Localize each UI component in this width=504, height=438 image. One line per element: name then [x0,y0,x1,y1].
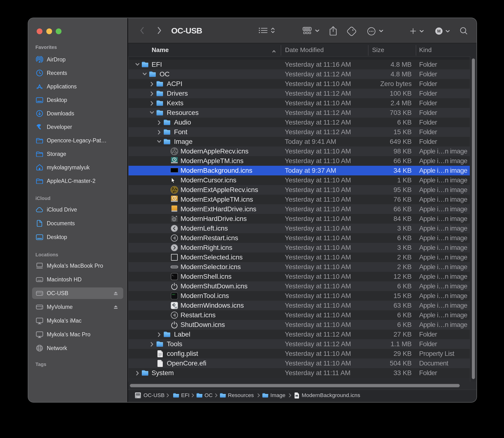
svg-text:>_: >_ [172,274,174,276]
svg-text:Continue: Continue [172,266,177,268]
svg-text:EXEC: EXEC [172,294,175,295]
svg-text:M: M [437,29,441,33]
